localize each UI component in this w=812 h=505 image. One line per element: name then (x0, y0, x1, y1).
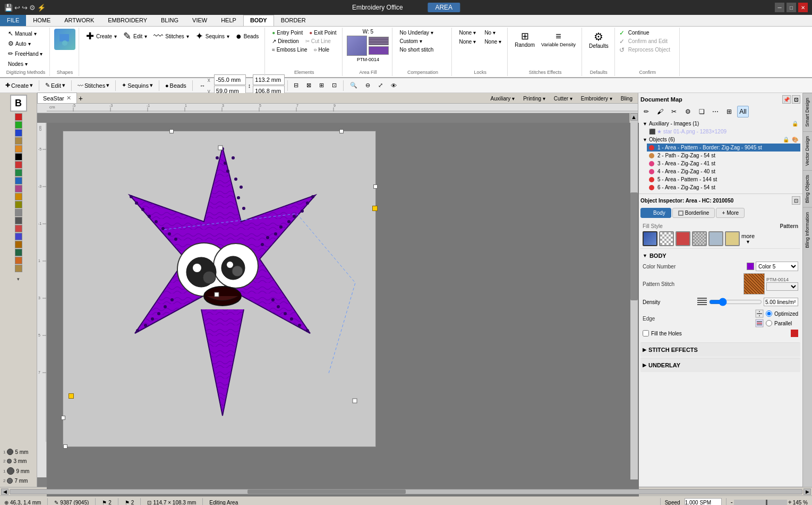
tab-help[interactable]: HELP (214, 15, 243, 26)
color-3[interactable] (15, 129, 22, 137)
no-underlay-btn[interactable]: No Underlay▾ (397, 29, 436, 37)
color-19[interactable] (15, 257, 22, 264)
handle-top[interactable] (169, 129, 174, 133)
zoom-out-status-btn[interactable]: - (731, 499, 733, 505)
auxiliary-selector[interactable]: Auxiliary ▾ (488, 94, 518, 103)
maximize-button[interactable]: □ (787, 3, 796, 12)
color-select[interactable]: Color 5 (756, 262, 798, 271)
printing-selector[interactable]: Printing ▾ (520, 94, 549, 103)
sequins-btn[interactable]: ✦ Sequins▾ (193, 29, 232, 44)
scroll-up-btn[interactable]: ▲ (630, 113, 638, 121)
zoom-in-btn[interactable]: 🔍 (347, 80, 361, 90)
swatch-1[interactable] (643, 231, 657, 246)
body-header[interactable]: ▼ BODY (643, 251, 798, 260)
color-7[interactable] (15, 161, 22, 169)
exit-point-btn[interactable]: ● Exit Point (306, 29, 339, 37)
docmap-brush-btn[interactable]: 🖌 (654, 106, 666, 117)
docmap-pencil-btn[interactable]: ✏ (640, 106, 652, 117)
color-4[interactable] (15, 137, 22, 145)
edit-btn[interactable]: ✎ Edit▾ (121, 29, 150, 44)
swatch-2[interactable] (659, 231, 674, 246)
vtab-bling-info[interactable]: Bling Information (803, 207, 812, 252)
object-5[interactable]: 5 - Area - Pattern - 144 st (647, 175, 800, 183)
zoom-in-status-btn[interactable]: + (788, 499, 792, 505)
canvas-content[interactable] (47, 123, 639, 496)
no-short-stitch-btn[interactable]: No short stitch (397, 46, 436, 54)
nodes-btn[interactable]: Nodes▾ (5, 60, 30, 68)
lock-none1-btn[interactable]: None▾ (456, 29, 478, 37)
tab-border[interactable]: BORDER (274, 15, 313, 26)
emboss-line-btn[interactable]: ≈ Emboss Line (269, 46, 310, 54)
tb-stitches-btn[interactable]: 〰 Stitches▾ (74, 80, 113, 90)
tab-artwork[interactable]: ARTWORK (57, 15, 101, 26)
color-14[interactable] (15, 217, 22, 224)
beads-btn[interactable]: ● Beads (233, 29, 261, 44)
tb-sequins-btn[interactable]: ✦ Sequins▾ (118, 80, 156, 90)
density-input[interactable] (764, 298, 798, 306)
confirm-edit-btn[interactable]: Confirm and Edit (626, 37, 670, 45)
embroidery-selector[interactable]: Embroidery ▾ (578, 94, 616, 103)
tab-body[interactable]: Body (640, 208, 671, 218)
new-tab-btn[interactable]: + (79, 94, 83, 103)
tab-body[interactable]: BODY (243, 15, 274, 26)
fill-swatch1[interactable] (369, 37, 389, 45)
lock-none3-btn[interactable]: None▾ (482, 38, 504, 46)
scroll-thumb-v[interactable] (630, 192, 638, 300)
zoom-slider[interactable] (734, 500, 787, 505)
continue-btn[interactable]: Continue (626, 29, 652, 37)
docmap-gear-btn[interactable]: ⚙ (682, 106, 694, 117)
swatch-3[interactable] (676, 231, 690, 246)
handle-left[interactable] (61, 416, 65, 420)
vtab-smart-design[interactable]: Smart Design (803, 93, 812, 131)
canvas-tab-seastar[interactable]: SeaStar ✕ (37, 92, 77, 103)
vtab-vector-design[interactable]: Vector Design (803, 131, 812, 170)
color-12[interactable] (15, 201, 22, 208)
color-6[interactable] (15, 153, 22, 161)
color-15[interactable] (15, 225, 22, 232)
fill-holes-checkbox[interactable] (643, 330, 649, 336)
color-18[interactable] (15, 249, 22, 256)
pattern-thumb[interactable] (743, 273, 765, 294)
freehand-btn[interactable]: ✏ FreeHand▾ (5, 49, 45, 58)
color-2[interactable] (15, 121, 22, 129)
scroll-left-btn[interactable]: ◀ (1, 489, 8, 495)
group-btn[interactable]: ⊞ (316, 80, 327, 90)
tab-bling[interactable]: BLING (154, 15, 185, 26)
direction-btn[interactable]: ↗ Direction (269, 37, 301, 45)
object-1[interactable]: 1 - Area - Pattern - Border: Zig-Zag - 9… (647, 144, 800, 152)
transform-btn[interactable]: ⊠ (303, 80, 314, 90)
swatch-5[interactable] (708, 231, 723, 246)
hole-btn[interactable]: ○ Hole (311, 46, 332, 54)
tb-create-btn[interactable]: ✚ Create▾ (2, 80, 36, 90)
bling-item-3[interactable]: 1 9 mm (2, 466, 35, 476)
handle-bottomleft[interactable] (63, 444, 67, 449)
density-slider[interactable] (709, 298, 762, 306)
pattern-swatch[interactable] (347, 36, 367, 56)
color-16[interactable] (15, 233, 22, 240)
custom-btn[interactable]: Custom▾ (397, 37, 424, 45)
cut-line-btn[interactable]: ✂ Cut Line (303, 37, 334, 45)
bling-selector[interactable]: Bling (618, 94, 636, 103)
fill-holes-color[interactable] (791, 330, 798, 337)
optimized-radio[interactable] (766, 310, 772, 317)
swatch-4[interactable] (692, 231, 707, 246)
variable-density-btn[interactable]: ≡ Variable Density (539, 29, 578, 49)
docmap-scissors-btn[interactable]: ✂ (668, 106, 680, 117)
arrange-btn[interactable]: ⊡ (329, 80, 340, 90)
tab-home[interactable]: HOME (26, 15, 57, 26)
palette-more[interactable]: ▾ (17, 276, 20, 282)
tb-edit-btn[interactable]: ✎ Edit▾ (42, 80, 69, 90)
bolt-icon[interactable]: ⚡ (37, 4, 46, 12)
shapes-icon[interactable] (54, 29, 75, 50)
parallel-radio[interactable] (766, 320, 772, 326)
color-9[interactable] (15, 177, 22, 184)
color-5[interactable] (15, 145, 22, 153)
vtab-bling-objects[interactable]: Bling Objects (803, 170, 812, 207)
tab-embroidery[interactable]: EMBROIDERY (101, 15, 154, 26)
docmap-dots-btn[interactable]: ⋯ (710, 106, 721, 117)
align-btn[interactable]: ⊟ (290, 80, 302, 90)
object-3[interactable]: 3 - Area - Zig-Zag - 41 st (647, 159, 800, 167)
color-swatch[interactable] (747, 263, 754, 270)
random-btn[interactable]: ⊞ Random (512, 29, 537, 49)
tree-objects[interactable]: ▼ Objects (6) 🔒 🎨 (640, 136, 800, 144)
